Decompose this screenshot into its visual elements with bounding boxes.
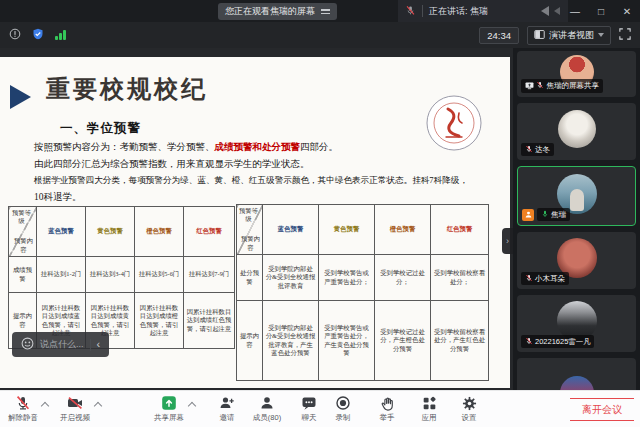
record-icon bbox=[335, 395, 351, 411]
mic-muted-icon bbox=[536, 81, 544, 91]
mic-muted-icon bbox=[405, 5, 416, 18]
screen-share-icon bbox=[161, 395, 177, 411]
table-corner-cell: 预警等级 预警内容 bbox=[237, 205, 263, 255]
settings-button[interactable]: 设置 bbox=[446, 395, 492, 423]
slide-paragraph-3: 根据学业预警四大分类，每项预警分为绿、蓝、黄、橙、红五级警示颜色，其中绿色表示正… bbox=[34, 175, 468, 187]
participant-tile[interactable]: 20221625雷一凡 bbox=[517, 295, 636, 352]
fullscreen-icon[interactable] bbox=[619, 26, 631, 44]
mic-active-icon bbox=[541, 210, 549, 220]
screen-share-icon bbox=[525, 81, 534, 92]
layout-icon bbox=[534, 29, 545, 42]
brand-arrows-icon bbox=[537, 5, 561, 17]
participant-name-pill: 达冬 bbox=[521, 143, 554, 156]
camera-muted-icon bbox=[67, 395, 83, 411]
participant-tile-active-speaker[interactable]: 焦瑞 bbox=[517, 166, 636, 226]
table-corner-cell: 预警等级 预警内容 bbox=[9, 207, 37, 257]
header-orange-warning: 橙色预警 bbox=[375, 205, 431, 255]
participant-tile[interactable]: 达冬 bbox=[517, 103, 636, 160]
slide-paragraph-1: 按照预警内容分为：考勤预警、学分预警、成绩预警和处分预警四部分。 bbox=[34, 141, 338, 154]
slide-paragraph-2: 由此四部分汇总为综合预警指数，用来直观显示学生的学业状态。 bbox=[34, 158, 310, 171]
chat-input-placeholder[interactable]: 说点什么... bbox=[40, 338, 84, 351]
maximize-button[interactable]: □ bbox=[588, 0, 614, 22]
unmute-button[interactable]: 解除静音 bbox=[0, 395, 46, 423]
speaking-label: 正在讲话: 焦瑞 bbox=[429, 5, 488, 18]
participant-name: 小木耳朵 bbox=[535, 274, 565, 284]
participant-name: 20221625雷一凡 bbox=[535, 337, 591, 347]
participant-tile-partial[interactable] bbox=[517, 358, 636, 390]
divider bbox=[90, 339, 91, 351]
header-orange-warning: 橙色预警 bbox=[135, 207, 184, 257]
header-blue-warning: 蓝色预警 bbox=[37, 207, 86, 257]
members-button[interactable]: 成员(80) bbox=[244, 395, 290, 423]
record-button[interactable]: 录制 bbox=[320, 395, 366, 423]
view-mode-label: 演讲者视图 bbox=[549, 29, 594, 42]
participant-name: 焦瑞的屏幕共享 bbox=[547, 81, 600, 91]
participant-name-pill: 焦瑞的屏幕共享 bbox=[521, 79, 603, 93]
menubar: 24:34 演讲者视图 bbox=[0, 22, 640, 48]
meeting-timer: 24:34 bbox=[479, 27, 519, 44]
slide-paragraph-4: 10科退学。 bbox=[34, 191, 82, 204]
content-area: 重要校规校纪 一、学位预警 按照预警内容分为：考勤预警、学分预警、成绩预警和处分… bbox=[0, 48, 640, 390]
participant-name: 焦瑞 bbox=[551, 210, 566, 220]
window-controls: — □ ✕ bbox=[562, 0, 640, 22]
header-red-warning: 红色预警 bbox=[184, 207, 235, 257]
mic-muted-icon bbox=[525, 337, 533, 347]
settings-gear-icon bbox=[462, 395, 477, 411]
sidebar-collapse-handle[interactable]: › bbox=[502, 228, 513, 254]
participant-name-pill: 20221625雷一凡 bbox=[521, 335, 594, 348]
header-red-warning: 红色预警 bbox=[431, 205, 489, 255]
header-yellow-warning: 黄色预警 bbox=[86, 207, 135, 257]
start-video-button[interactable]: 开启视频 bbox=[52, 395, 98, 423]
participants-sidebar: 焦瑞的屏幕共享 达冬 bbox=[513, 48, 640, 390]
mic-muted-icon bbox=[525, 145, 533, 155]
speaking-indicator: 正在讲话: 焦瑞 bbox=[398, 0, 568, 22]
university-seal-logo bbox=[424, 93, 484, 157]
highlighted-text: 成绩预警和处分预警 bbox=[215, 142, 301, 152]
chat-collapse-icon[interactable]: ‹ bbox=[97, 339, 101, 350]
avatar bbox=[558, 110, 596, 148]
mic-muted-icon bbox=[525, 274, 533, 284]
titlebar: 您正在观看焦瑞的屏幕 正在讲话: 焦瑞 — □ ✕ bbox=[0, 0, 640, 22]
table-row: 处分预警 受到学院内部处分&受到全校通报批评教育 受到学校警告或严重警告处分； … bbox=[237, 255, 489, 301]
slide-subtitle: 一、学位预警 bbox=[60, 120, 141, 137]
watching-screen-toast: 您正在观看焦瑞的屏幕 bbox=[218, 3, 337, 20]
slide-title: 重要校规校纪 bbox=[46, 73, 208, 105]
chat-icon bbox=[301, 395, 317, 411]
security-shield-icon[interactable] bbox=[32, 26, 44, 44]
header-blue-warning: 蓝色预警 bbox=[263, 205, 319, 255]
leave-meeting-button[interactable]: 离开会议 bbox=[570, 398, 634, 421]
watching-toast-text: 您正在观看焦瑞的屏幕 bbox=[225, 5, 315, 18]
shared-screen-area: 重要校规校纪 一、学位预警 按照预警内容分为：考勤预警、学分预警、成绩预警和处分… bbox=[0, 48, 513, 390]
invite-icon bbox=[219, 395, 235, 411]
grade-warning-table: 预警等级 预警内容 蓝色预警 黄色预警 橙色预警 红色预警 成绩预警 挂科达到1… bbox=[8, 206, 235, 349]
participant-name-pill: 焦瑞 bbox=[537, 208, 570, 221]
minimize-button[interactable]: — bbox=[562, 0, 588, 22]
slide-bullet-triangle bbox=[10, 85, 31, 109]
participant-name-pill: 小木耳朵 bbox=[521, 272, 569, 285]
table-row: 提示内容 受到学院内部处分&受到全校通报批评教育，产生蓝色处分预警 受到学校警告… bbox=[237, 301, 489, 381]
participant-tile[interactable]: 小木耳朵 bbox=[517, 232, 636, 289]
smiley-icon[interactable] bbox=[21, 336, 34, 354]
participant-tile-screen-share[interactable]: 焦瑞的屏幕共享 bbox=[517, 51, 636, 97]
table-row: 成绩预警 挂科达到1-2门 挂科达到3-4门 挂科达到5-6门 挂科达到7-9门 bbox=[9, 257, 235, 293]
share-screen-button[interactable]: 共享屏幕 bbox=[146, 395, 192, 423]
host-badge-icon bbox=[522, 209, 534, 221]
close-button[interactable]: ✕ bbox=[614, 0, 640, 22]
mic-muted-icon bbox=[15, 395, 31, 411]
chevron-down-icon bbox=[598, 33, 604, 37]
avatar bbox=[560, 376, 594, 390]
raise-hand-button[interactable]: 举手 bbox=[364, 395, 410, 423]
quick-chat-bar[interactable]: 说点什么... ‹ bbox=[12, 332, 109, 357]
apps-icon bbox=[422, 395, 437, 411]
view-mode-selector[interactable]: 演讲者视图 bbox=[527, 26, 611, 45]
meeting-toolbar: 解除静音 开启视频 共享屏幕 邀请 成员(80) bbox=[0, 390, 640, 427]
discipline-warning-table: 预警等级 预警内容 蓝色预警 黄色预警 橙色预警 红色预警 处分预警 受到学院内… bbox=[236, 204, 489, 381]
toast-menu-icon[interactable] bbox=[321, 9, 330, 14]
raise-hand-icon bbox=[380, 395, 395, 411]
divider bbox=[422, 5, 423, 17]
header-yellow-warning: 黄色预警 bbox=[319, 205, 375, 255]
members-icon bbox=[259, 395, 275, 411]
participant-name: 达冬 bbox=[535, 145, 550, 155]
meeting-info-icon[interactable] bbox=[9, 26, 21, 44]
network-signal-icon bbox=[55, 30, 66, 40]
